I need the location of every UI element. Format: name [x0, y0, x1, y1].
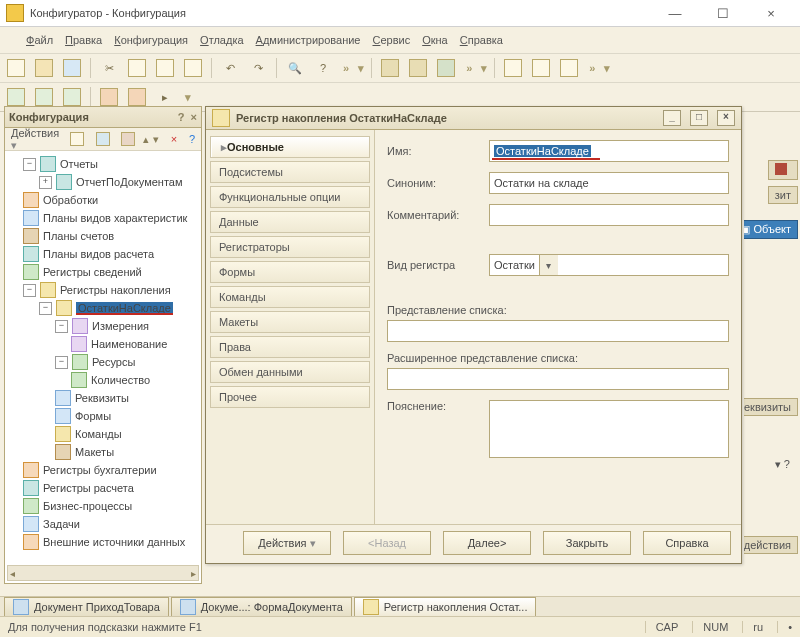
tree-toggle[interactable]: + — [39, 176, 52, 189]
next-button[interactable]: Далее> — [443, 531, 531, 555]
scroll-right-icon[interactable]: ▸ — [191, 568, 196, 579]
window-close-button[interactable]: × — [756, 6, 786, 21]
tb-icon[interactable] — [434, 56, 458, 80]
tab-templates[interactable]: Макеты — [210, 311, 370, 333]
input-list-representation[interactable] — [387, 320, 729, 342]
tree-item[interactable]: Регистры бухгалтерии — [43, 464, 157, 476]
tb-copy-icon[interactable] — [125, 56, 149, 80]
editor-minimize-button[interactable]: _ — [663, 110, 681, 126]
cp-delete-icon[interactable]: × — [163, 127, 185, 151]
dock-tab-active[interactable]: Регистр накопления Остат... — [354, 597, 537, 617]
tab-forms[interactable]: Формы — [210, 261, 370, 283]
tree-toggle[interactable]: − — [55, 356, 68, 369]
tree-item[interactable]: Ресурсы — [92, 356, 135, 368]
tree-item-ostatki-selected[interactable]: ОстаткиНаСкладе — [76, 302, 173, 314]
sliver-help-icon[interactable]: ▾ ? — [769, 456, 796, 473]
tb-icon[interactable] — [501, 56, 525, 80]
menu-service[interactable]: Сервис — [372, 34, 410, 46]
chevron-down-icon[interactable]: ▾ — [185, 91, 188, 104]
tb-undo-icon[interactable]: ↶ — [218, 56, 242, 80]
chevron-down-icon[interactable]: ▾ — [358, 62, 361, 75]
cp-chevron-icon[interactable]: ▾ — [153, 133, 159, 146]
cp-tool-icon[interactable] — [92, 127, 114, 151]
tree-item-otchety[interactable]: Отчеты — [60, 158, 98, 170]
tree-item[interactable]: Реквизиты — [75, 392, 129, 404]
dropdown-icon[interactable]: ▾ — [539, 255, 558, 275]
tb-icon[interactable] — [529, 56, 553, 80]
menu-debug[interactable]: Отладка — [200, 34, 244, 46]
tree-item[interactable]: Бизнес-процессы — [43, 500, 132, 512]
tab-subsystems[interactable]: Подсистемы — [210, 161, 370, 183]
tb-icon[interactable] — [378, 56, 402, 80]
tb-icon[interactable] — [406, 56, 430, 80]
tb-find-icon[interactable]: 🔍 — [283, 56, 307, 80]
actions-button[interactable]: Действия — [243, 531, 331, 555]
tb-cut-icon[interactable]: ✂ — [97, 56, 121, 80]
chevron-down-icon[interactable]: ▾ — [604, 62, 607, 75]
close-panel-icon[interactable]: × — [191, 111, 197, 123]
tab-other[interactable]: Прочее — [210, 386, 370, 408]
tree-item[interactable]: Наименование — [91, 338, 167, 350]
input-explanation[interactable] — [489, 400, 729, 458]
input-comment[interactable] — [489, 204, 729, 226]
tree-toggle[interactable]: − — [23, 158, 36, 171]
tab-main[interactable]: ▸Основные — [210, 136, 370, 158]
tree-item[interactable]: Измерения — [92, 320, 149, 332]
tree-item[interactable]: ОтчетПоДокументам — [76, 176, 183, 188]
cp-tool-icon[interactable] — [66, 127, 88, 151]
menu-config[interactable]: Конфигурация — [114, 34, 188, 46]
cp-tool-icon[interactable] — [118, 127, 140, 151]
dock-tab[interactable]: Докуме...: ФормаДокумента — [171, 597, 352, 617]
tree-item-registry[interactable]: Регистры накопления — [60, 284, 171, 296]
tree-item[interactable]: Команды — [75, 428, 122, 440]
close-button[interactable]: Закрыть — [543, 531, 631, 555]
tb-redo-icon[interactable]: ↷ — [246, 56, 270, 80]
tree-item[interactable]: Планы видов расчета — [43, 248, 154, 260]
tree-item[interactable]: Количество — [91, 374, 150, 386]
window-minimize-button[interactable]: — — [660, 6, 690, 21]
input-synonym[interactable]: Остатки на складе — [489, 172, 729, 194]
tree-toggle[interactable]: − — [39, 302, 52, 315]
chevron-right-icon[interactable]: » — [343, 62, 346, 74]
menu-file[interactable]: Файл — [26, 34, 53, 46]
chevron-right-icon[interactable]: » — [589, 62, 592, 74]
tab-registrators[interactable]: Регистраторы — [210, 236, 370, 258]
tree-scrollbar[interactable]: ◂ ▸ — [7, 565, 199, 581]
tab-exchange[interactable]: Обмен данными — [210, 361, 370, 383]
config-tree[interactable]: −Отчеты +ОтчетПоДокументам Обработки Пла… — [5, 151, 201, 571]
tree-item[interactable]: Макеты — [75, 446, 114, 458]
tb-icon[interactable] — [557, 56, 581, 80]
menu-edit[interactable]: Правка — [65, 34, 102, 46]
menu-help[interactable]: Справка — [460, 34, 503, 46]
back-button[interactable]: <Назад — [343, 531, 431, 555]
tb-clip-icon[interactable] — [181, 56, 205, 80]
tree-item[interactable]: Внешние источники данных — [43, 536, 185, 548]
tab-funcopts[interactable]: Функциональные опции — [210, 186, 370, 208]
help-icon[interactable]: ? — [189, 133, 195, 145]
scroll-left-icon[interactable]: ◂ — [10, 568, 15, 579]
tb-save-icon[interactable] — [60, 56, 84, 80]
tree-item[interactable]: Формы — [75, 410, 111, 422]
chevron-right-icon[interactable]: » — [466, 62, 469, 74]
tree-item[interactable]: Регистры сведений — [43, 266, 142, 278]
tree-toggle[interactable]: − — [55, 320, 68, 333]
tab-data[interactable]: Данные — [210, 211, 370, 233]
menu-admin[interactable]: Администрирование — [256, 34, 361, 46]
tree-item[interactable]: Задачи — [43, 518, 80, 530]
sliver-object-tab[interactable]: ▣ Объект — [744, 220, 798, 239]
tb-open-icon[interactable] — [32, 56, 56, 80]
tb-new-icon[interactable] — [4, 56, 28, 80]
cp-chevron-icon[interactable]: ▴ — [143, 133, 149, 146]
menu-windows[interactable]: Окна — [422, 34, 448, 46]
editor-close-button[interactable]: × — [717, 110, 735, 126]
editor-maximize-button[interactable]: □ — [690, 110, 708, 126]
tab-commands[interactable]: Команды — [210, 286, 370, 308]
input-ext-list-representation[interactable] — [387, 368, 729, 390]
tree-item[interactable]: Регистры расчета — [43, 482, 134, 494]
sliver-actions[interactable]: действия — [744, 536, 798, 554]
tree-item[interactable]: Планы счетов — [43, 230, 114, 242]
tb-paste-icon[interactable] — [153, 56, 177, 80]
tree-item[interactable]: Планы видов характеристик — [43, 212, 187, 224]
input-name[interactable]: ОстаткиНаСкладе — [489, 140, 729, 162]
tb-help-icon[interactable]: ? — [311, 56, 335, 80]
